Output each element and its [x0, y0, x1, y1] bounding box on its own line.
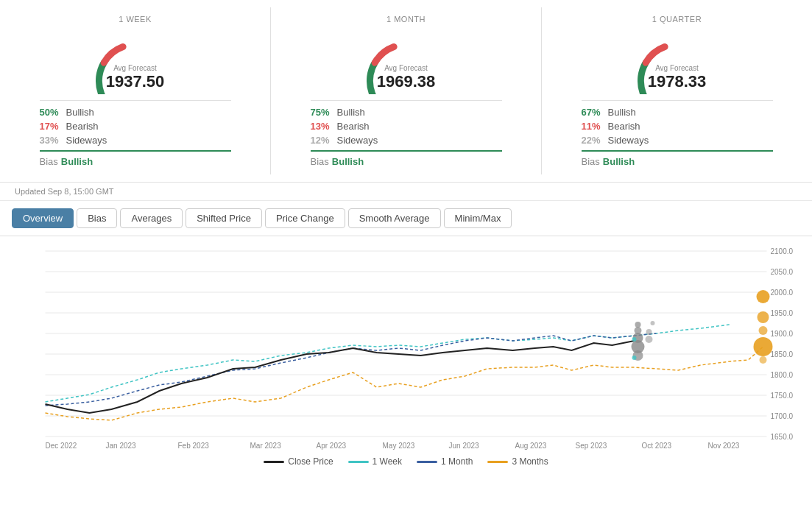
- sideways-label: Sideways: [608, 135, 649, 146]
- bearish-pct: 17%: [40, 121, 66, 132]
- bias-value: Bullish: [603, 156, 635, 167]
- svg-text:Mar 2023: Mar 2023: [250, 442, 282, 450]
- svg-point-42: [758, 311, 769, 323]
- gauge: Avg Forecast 1978.33: [618, 28, 736, 94]
- legend-item-close: Close Price: [264, 456, 333, 467]
- gauge: Avg Forecast 1937.50: [77, 28, 194, 94]
- bias-row: Bias Bullish: [311, 150, 502, 167]
- bearish-pct: 13%: [311, 121, 337, 132]
- tab-minim-max[interactable]: Minim/Max: [444, 208, 512, 228]
- svg-text:1850.0: 1850.0: [771, 350, 794, 358]
- svg-point-40: [632, 356, 637, 360]
- chart-legend: Close Price1 Week1 Month3 Months: [12, 452, 800, 467]
- bullish-label: Bullish: [66, 107, 94, 118]
- svg-text:Apr 2023: Apr 2023: [317, 442, 347, 450]
- svg-point-39: [632, 337, 637, 342]
- tab-price-change[interactable]: Price Change: [265, 208, 345, 228]
- legend-item-week: 1 Week: [348, 456, 402, 467]
- forecast-panel-quarter: 1 QUARTER Avg Forecast 1978.33 67% Bulli…: [542, 7, 812, 174]
- sideways-row: 33% Sideways: [40, 135, 231, 146]
- chart-svg: 2100.0 2050.0 2000.0 1950.0 1900.0 1850.…: [12, 244, 800, 450]
- forecast-panel-week: 1 WEEK Avg Forecast 1937.50 50% Bullish …: [0, 7, 271, 174]
- sideways-row: 12% Sideways: [311, 135, 502, 146]
- bearish-row: 17% Bearish: [40, 121, 231, 132]
- stats-table: 67% Bullish 11% Bearish 22% Sideways Bia…: [582, 100, 773, 167]
- svg-text:Oct 2023: Oct 2023: [642, 442, 672, 450]
- legend-label-3months: 3 Months: [512, 456, 548, 467]
- svg-text:1650.0: 1650.0: [771, 433, 794, 441]
- svg-text:Jan 2023: Jan 2023: [106, 442, 137, 450]
- sideways-pct: 22%: [582, 135, 608, 146]
- sideways-label: Sideways: [66, 135, 107, 146]
- legend-label-week: 1 Week: [373, 456, 402, 467]
- tab-shifted-price[interactable]: Shifted Price: [186, 208, 262, 228]
- bias-text: Bias: [40, 156, 58, 167]
- svg-point-31: [635, 322, 641, 328]
- svg-text:Feb 2023: Feb 2023: [178, 442, 210, 450]
- tab-smooth-average[interactable]: Smooth Average: [348, 208, 441, 228]
- stats-table: 50% Bullish 17% Bearish 33% Sideways Bia…: [40, 100, 231, 167]
- sideways-pct: 12%: [311, 135, 337, 146]
- avg-value: 1937.50: [106, 72, 165, 91]
- legend-item-3months: 3 Months: [487, 456, 548, 467]
- bias-value: Bullish: [332, 156, 364, 167]
- panel-title: 1 WEEK: [119, 15, 152, 24]
- bullish-row: 75% Bullish: [311, 107, 502, 118]
- chart-area: 2100.0 2050.0 2000.0 1950.0 1900.0 1850.…: [0, 236, 812, 472]
- sideways-label: Sideways: [337, 135, 378, 146]
- svg-point-45: [760, 356, 767, 364]
- svg-text:1800.0: 1800.0: [771, 371, 794, 379]
- legend-line-close: [264, 461, 284, 463]
- bearish-row: 11% Bearish: [582, 121, 773, 132]
- forecast-panel-month: 1 MONTH Avg Forecast 1969.38 75% Bullish…: [271, 7, 542, 174]
- svg-text:Sep 2023: Sep 2023: [576, 442, 607, 450]
- bias-text: Bias: [582, 156, 600, 167]
- svg-text:2000.0: 2000.0: [771, 289, 794, 297]
- bias-row: Bias Bullish: [582, 150, 773, 167]
- svg-text:Dec 2022: Dec 2022: [46, 442, 77, 450]
- bias-value: Bullish: [61, 156, 93, 167]
- svg-point-36: [646, 329, 652, 335]
- avg-label: Avg Forecast: [648, 64, 707, 72]
- avg-label: Avg Forecast: [106, 64, 165, 72]
- svg-text:1700.0: 1700.0: [771, 412, 794, 420]
- svg-text:1750.0: 1750.0: [771, 392, 794, 400]
- avg-value: 1978.33: [648, 72, 707, 91]
- tab-overview[interactable]: Overview: [12, 208, 74, 228]
- svg-point-38: [651, 321, 655, 325]
- panel-title: 1 MONTH: [386, 15, 426, 24]
- avg-value: 1969.38: [377, 72, 436, 91]
- update-bar: Updated Sep 8, 15:00 GMT: [0, 183, 812, 201]
- bearish-row: 13% Bearish: [311, 121, 502, 132]
- top-panels: 1 WEEK Avg Forecast 1937.50 50% Bullish …: [0, 0, 812, 183]
- svg-text:1950.0: 1950.0: [771, 309, 794, 317]
- bullish-pct: 67%: [582, 107, 608, 118]
- sideways-pct: 33%: [40, 135, 66, 146]
- gauge: Avg Forecast 1969.38: [347, 28, 465, 94]
- svg-text:May 2023: May 2023: [383, 442, 415, 450]
- legend-label-month: 1 Month: [441, 456, 473, 467]
- avg-label: Avg Forecast: [377, 64, 436, 72]
- svg-point-37: [646, 336, 653, 343]
- svg-text:2050.0: 2050.0: [771, 268, 794, 276]
- svg-text:Nov 2023: Nov 2023: [708, 442, 740, 450]
- legend-label-close: Close Price: [288, 456, 333, 467]
- tabs-bar: OverviewBiasAveragesShifted PricePrice C…: [0, 201, 812, 236]
- bullish-row: 67% Bullish: [582, 107, 773, 118]
- svg-text:1900.0: 1900.0: [771, 330, 794, 338]
- bias-row: Bias Bullish: [40, 150, 231, 167]
- sideways-row: 22% Sideways: [582, 135, 773, 146]
- svg-text:2100.0: 2100.0: [771, 247, 794, 255]
- legend-line-week: [348, 461, 369, 463]
- legend-item-month: 1 Month: [417, 456, 473, 467]
- bias-text: Bias: [311, 156, 329, 167]
- tab-bias[interactable]: Bias: [77, 208, 117, 228]
- svg-text:Jun 2023: Jun 2023: [449, 442, 480, 450]
- legend-line-3months: [487, 461, 508, 463]
- tab-averages[interactable]: Averages: [120, 208, 183, 228]
- svg-text:Aug 2023: Aug 2023: [515, 442, 547, 450]
- bullish-pct: 75%: [311, 107, 337, 118]
- bearish-label: Bearish: [337, 121, 370, 132]
- bearish-pct: 11%: [582, 121, 608, 132]
- bearish-label: Bearish: [608, 121, 640, 132]
